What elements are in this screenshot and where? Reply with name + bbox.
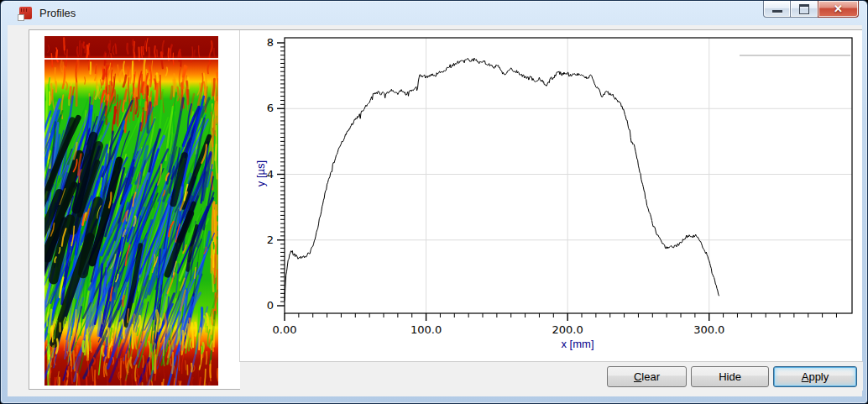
x-tick-label: 100.0 [410, 323, 442, 336]
profile-chart: 0.00100.0200.0300.002468 [240, 30, 862, 361]
cscan-heatmap-image [44, 36, 218, 386]
clear-button[interactable]: Clear [607, 366, 687, 387]
minimize-button[interactable] [763, 1, 791, 18]
y-tick-label: 0 [267, 299, 274, 312]
x-tick-label: 300.0 [693, 323, 724, 336]
content-panel: 0.00100.0200.0300.002468 x [mm] y [µs] C… [29, 29, 862, 390]
y-tick-label: 4 [267, 168, 274, 181]
x-tick-label: 200.0 [552, 323, 583, 336]
x-axis-label: x [mm] [562, 338, 594, 350]
window-title: Profiles [39, 7, 76, 19]
hide-button[interactable]: Hide [691, 366, 769, 387]
title-bar[interactable]: Profiles ✕ [1, 1, 867, 25]
dialog-client-area: 0.00100.0200.0300.002468 x [mm] y [µs] C… [8, 25, 862, 396]
plot-frame [285, 38, 852, 313]
profiles-window: Profiles ✕ 0.00100.0200.0300.002468 x [m… [0, 0, 868, 404]
profile-line [285, 58, 719, 301]
caption-buttons: ✕ [764, 1, 859, 18]
button-row: Clear Hide Apply [240, 361, 863, 391]
close-button[interactable]: ✕ [818, 1, 859, 18]
maximize-button[interactable] [790, 1, 818, 18]
minimize-icon [772, 10, 782, 13]
y-tick-label: 2 [267, 233, 274, 246]
app-icon [19, 7, 32, 19]
y-axis-label: y [µs] [254, 149, 267, 199]
close-icon: ✕ [834, 3, 843, 14]
x-tick-label: 0.00 [273, 323, 297, 336]
profile-chart-panel: 0.00100.0200.0300.002468 x [mm] y [µs] [239, 30, 862, 362]
maximize-icon [799, 4, 809, 14]
y-tick-label: 6 [267, 102, 274, 114]
y-tick-label: 8 [267, 36, 274, 49]
apply-button[interactable]: Apply [773, 366, 857, 387]
